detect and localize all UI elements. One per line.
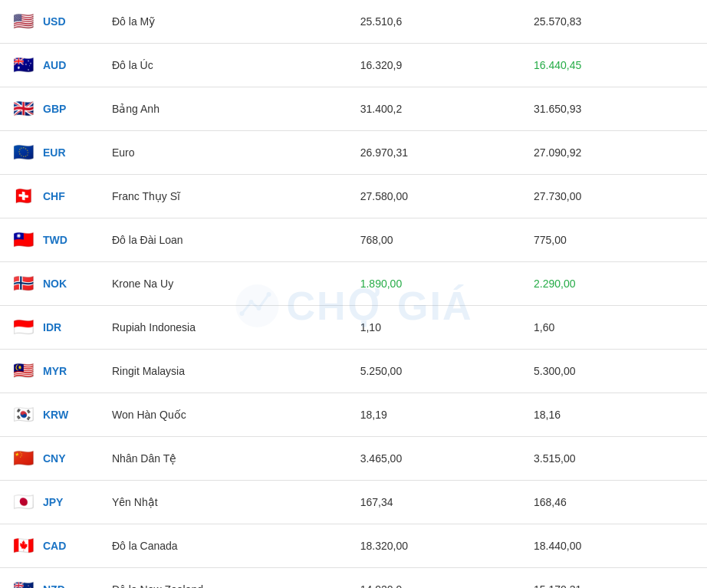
sell-price: 25.570,83 (534, 15, 581, 28)
sell-price: 27.730,00 (534, 190, 581, 202)
sell-price-cell: 18,16 (524, 393, 707, 437)
buy-price: 31.400,2 (360, 103, 403, 115)
table-row: 🇪🇺 EUR Euro 26.970,31 27.090,92 (0, 131, 707, 175)
table-row: 🇮🇩 IDR Rupiah Indonesia 1,10 1,60 (0, 306, 707, 350)
currency-name: Euro (112, 146, 135, 159)
sell-price-cell: 3.515,00 (524, 437, 707, 481)
table-row: 🇬🇧 GBP Bảng Anh 31.400,2 31.650,93 (0, 87, 707, 131)
buy-price-cell: 14.920,9 (351, 568, 524, 589)
currency-code-cell: 🇳🇿 NZD (0, 568, 103, 589)
flag-icon: 🇹🇼 (9, 226, 37, 254)
sell-price-cell: 27.730,00 (524, 175, 707, 218)
currency-name-cell: Euro (103, 131, 351, 175)
buy-price-cell: 27.580,00 (351, 175, 524, 218)
currency-code-cell: 🇨🇦 CAD (0, 524, 103, 568)
currency-code: JPY (43, 496, 63, 508)
sell-price-cell: 168,46 (524, 481, 707, 524)
flag-icon: 🇰🇷 (9, 401, 37, 429)
table-row: 🇳🇿 NZD Đô la New Zealand 14.920,9 15.170… (0, 568, 707, 589)
currency-name-cell: Ringit Malaysia (103, 350, 351, 393)
flag-icon: 🇳🇴 (9, 270, 37, 297)
currency-name: Yên Nhật (112, 496, 158, 508)
currency-name: Đô la Mỹ (112, 15, 155, 28)
currency-code: AUD (43, 59, 66, 71)
currency-name-cell: Nhân Dân Tệ (103, 437, 351, 481)
sell-price: 775,00 (534, 234, 567, 246)
sell-price-cell: 775,00 (524, 218, 707, 262)
currency-name: Ringit Malaysia (112, 365, 185, 377)
currency-code-cell: 🇪🇺 EUR (0, 131, 103, 175)
table-row: 🇺🇸 USD Đô la Mỹ 25.510,6 25.570,83 (0, 0, 707, 44)
currency-code: NZD (43, 583, 65, 588)
table-row: 🇯🇵 JPY Yên Nhật 167,34 168,46 (0, 481, 707, 524)
sell-price-cell: 27.090,92 (524, 131, 707, 175)
currency-name: Đô la Canada (112, 540, 178, 552)
currency-name-cell: Đô la New Zealand (103, 568, 351, 589)
flag-icon: 🇦🇺 (9, 51, 37, 79)
currency-code-cell: 🇬🇧 GBP (0, 87, 103, 131)
buy-price-cell: 16.320,9 (351, 44, 524, 87)
table-row: 🇲🇾 MYR Ringit Malaysia 5.250,00 5.300,00 (0, 350, 707, 393)
buy-price-cell: 26.970,31 (351, 131, 524, 175)
currency-name: Krone Na Uy (112, 278, 173, 290)
sell-price: 5.300,00 (534, 365, 576, 377)
currency-code-cell: 🇳🇴 NOK (0, 262, 103, 306)
currency-code-cell: 🇨🇳 CNY (0, 437, 103, 481)
sell-price: 16.440,45 (534, 59, 581, 71)
flag-icon: 🇨🇦 (9, 532, 37, 560)
buy-price-cell: 3.465,00 (351, 437, 524, 481)
sell-price-cell: 5.300,00 (524, 350, 707, 393)
flag-icon: 🇲🇾 (9, 357, 37, 385)
table-row: 🇨🇭 CHF Franc Thụy Sĩ 27.580,00 27.730,00 (0, 175, 707, 218)
currency-code: MYR (43, 365, 67, 377)
currency-name-cell: Bảng Anh (103, 87, 351, 131)
flag-icon: 🇯🇵 (9, 488, 37, 516)
currency-name: Won Hàn Quốc (112, 409, 186, 421)
buy-price: 5.250,00 (360, 365, 403, 377)
table-row: 🇨🇳 CNY Nhân Dân Tệ 3.465,00 3.515,00 (0, 437, 707, 481)
currency-code-cell: 🇨🇭 CHF (0, 175, 103, 218)
buy-price: 27.580,00 (360, 190, 408, 202)
currency-code: EUR (43, 146, 66, 159)
buy-price: 1.890,00 (360, 278, 403, 290)
currency-name: Franc Thụy Sĩ (112, 190, 180, 202)
buy-price-cell: 768,00 (351, 218, 524, 262)
currency-code: GBP (43, 103, 66, 115)
currency-name-cell: Won Hàn Quốc (103, 393, 351, 437)
sell-price: 27.090,92 (534, 146, 581, 159)
currency-name: Rupiah Indonesia (112, 321, 196, 333)
table-row: 🇹🇼 TWD Đô la Đài Loan 768,00 775,00 (0, 218, 707, 262)
flag-icon: 🇬🇧 (9, 95, 37, 123)
buy-price-cell: 1,10 (351, 306, 524, 350)
table-row: 🇰🇷 KRW Won Hàn Quốc 18,19 18,16 (0, 393, 707, 437)
currency-name-cell: Đô la Mỹ (103, 0, 351, 44)
currency-name-cell: Đô la Canada (103, 524, 351, 568)
table-row: 🇨🇦 CAD Đô la Canada 18.320,00 18.440,00 (0, 524, 707, 568)
currency-code: KRW (43, 409, 68, 421)
buy-price: 3.465,00 (360, 452, 403, 465)
flag-icon: 🇮🇩 (9, 314, 37, 341)
flag-icon: 🇨🇭 (9, 182, 37, 210)
sell-price-cell: 2.290,00 (524, 262, 707, 306)
flag-icon: 🇺🇸 (9, 8, 37, 35)
currency-name-cell: Krone Na Uy (103, 262, 351, 306)
currency-name: Đô la Úc (112, 59, 153, 71)
currency-code: NOK (43, 278, 67, 290)
sell-price: 168,46 (534, 496, 567, 508)
currency-code-cell: 🇮🇩 IDR (0, 306, 103, 350)
currency-code: CNY (43, 452, 66, 465)
sell-price: 1,60 (534, 321, 554, 333)
currency-code-cell: 🇦🇺 AUD (0, 44, 103, 87)
buy-price: 26.970,31 (360, 146, 408, 159)
currency-code-cell: 🇹🇼 TWD (0, 218, 103, 262)
sell-price: 3.515,00 (534, 452, 576, 465)
currency-name-cell: Đô la Đài Loan (103, 218, 351, 262)
table-row: 🇦🇺 AUD Đô la Úc 16.320,9 16.440,45 (0, 44, 707, 87)
buy-price-cell: 167,34 (351, 481, 524, 524)
currency-code: TWD (43, 234, 67, 246)
buy-price-cell: 25.510,6 (351, 0, 524, 44)
currency-name: Đô la New Zealand (112, 583, 203, 588)
buy-price-cell: 18.320,00 (351, 524, 524, 568)
sell-price: 31.650,93 (534, 103, 581, 115)
currency-code: CAD (43, 540, 66, 552)
